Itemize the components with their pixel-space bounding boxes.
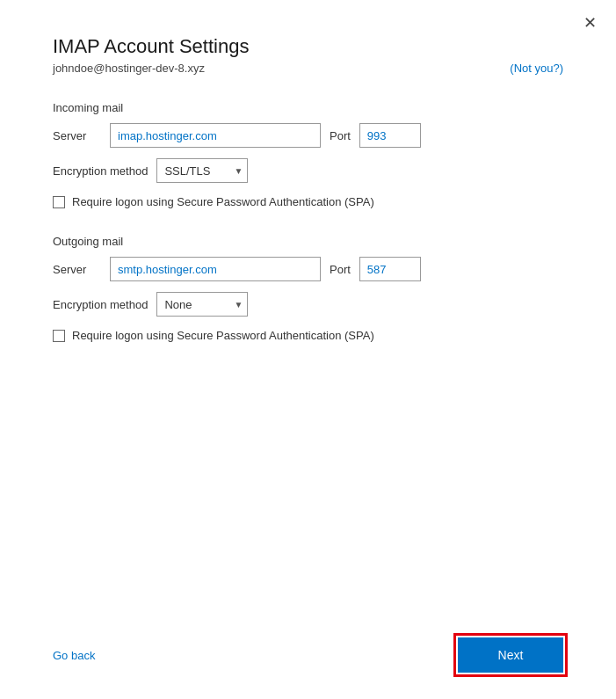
outgoing-port-input[interactable] bbox=[359, 257, 421, 281]
incoming-port-input[interactable] bbox=[359, 123, 421, 148]
incoming-server-input[interactable] bbox=[110, 123, 321, 148]
incoming-spa-checkbox[interactable] bbox=[53, 196, 65, 208]
close-icon: ✕ bbox=[583, 13, 597, 33]
go-back-button[interactable]: Go back bbox=[53, 649, 95, 662]
email-label: johndoe@hostinger-dev-8.xyz bbox=[53, 62, 205, 75]
incoming-server-row: Server Port bbox=[53, 123, 563, 148]
incoming-encryption-label: Encryption method bbox=[53, 164, 148, 178]
outgoing-spa-label: Require logon using Secure Password Auth… bbox=[72, 329, 374, 342]
subtitle-row: johndoe@hostinger-dev-8.xyz (Not you?) bbox=[53, 62, 563, 75]
not-you-link[interactable]: (Not you?) bbox=[510, 62, 563, 75]
outgoing-encryption-select-wrapper: None SSL/TLS STARTTLS ▼ bbox=[156, 292, 248, 317]
outgoing-encryption-label: Encryption method bbox=[53, 298, 148, 311]
outgoing-encryption-row: Encryption method None SSL/TLS STARTTLS … bbox=[53, 292, 563, 317]
outgoing-port-label: Port bbox=[330, 263, 351, 276]
outgoing-server-row: Server Port bbox=[53, 257, 563, 281]
dialog-footer: Go back Next bbox=[53, 620, 563, 673]
close-button[interactable]: ✕ bbox=[577, 11, 602, 35]
incoming-encryption-row: Encryption method SSL/TLS None STARTTLS … bbox=[53, 158, 563, 183]
outgoing-section-label: Outgoing mail bbox=[53, 235, 563, 248]
incoming-section-label: Incoming mail bbox=[53, 101, 563, 114]
incoming-mail-section: Incoming mail Server Port Encryption met… bbox=[53, 101, 563, 235]
incoming-port-label: Port bbox=[330, 129, 351, 142]
incoming-encryption-select-wrapper: SSL/TLS None STARTTLS ▼ bbox=[156, 158, 248, 183]
outgoing-spa-checkbox[interactable] bbox=[53, 330, 65, 342]
outgoing-mail-section: Outgoing mail Server Port Encryption met… bbox=[53, 235, 563, 368]
outgoing-server-input[interactable] bbox=[110, 257, 321, 281]
outgoing-spa-row: Require logon using Secure Password Auth… bbox=[53, 329, 563, 342]
imap-account-settings-dialog: ✕ IMAP Account Settings johndoe@hostinge… bbox=[0, 0, 616, 699]
incoming-encryption-select[interactable]: SSL/TLS None STARTTLS bbox=[156, 158, 248, 183]
incoming-server-label: Server bbox=[53, 129, 101, 142]
outgoing-server-label: Server bbox=[53, 263, 101, 276]
next-button[interactable]: Next bbox=[458, 637, 563, 673]
dialog-title: IMAP Account Settings bbox=[53, 35, 563, 58]
incoming-spa-row: Require logon using Secure Password Auth… bbox=[53, 195, 563, 208]
outgoing-encryption-select[interactable]: None SSL/TLS STARTTLS bbox=[156, 292, 248, 317]
incoming-spa-label: Require logon using Secure Password Auth… bbox=[72, 195, 374, 208]
